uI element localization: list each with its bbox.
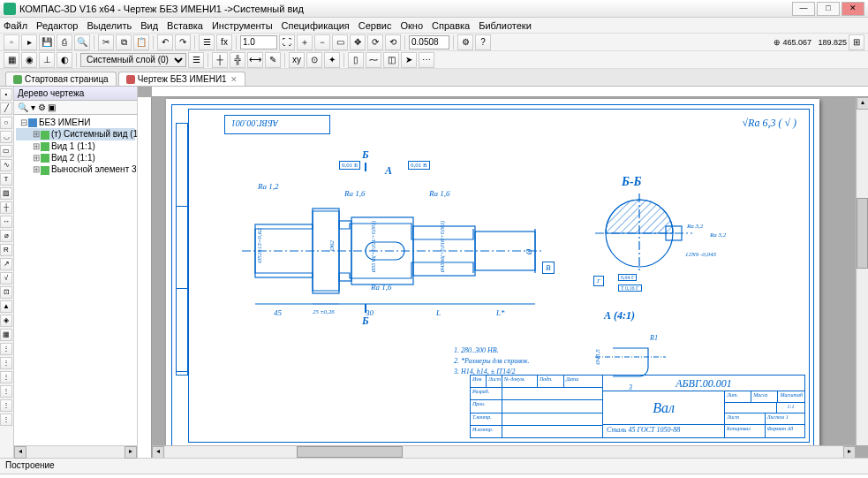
tb-check: Пров.	[471, 400, 502, 412]
manager-icon[interactable]: ☰	[199, 34, 215, 50]
snap-icon[interactable]: ◉	[21, 52, 37, 68]
lcs-icon[interactable]: ⊙	[306, 52, 322, 68]
step-input[interactable]	[409, 35, 449, 49]
more5-icon[interactable]: ⋮	[0, 399, 12, 412]
more4-icon[interactable]: ⋮	[0, 385, 12, 398]
tab-close-icon[interactable]: ✕	[230, 75, 238, 84]
tb-copy: Копировал	[725, 425, 766, 437]
roughness-ra16-3: Ra 1,6	[371, 283, 392, 292]
point-icon[interactable]: •	[0, 88, 12, 101]
copy-icon[interactable]: ⧉	[116, 34, 132, 50]
rotate-icon[interactable]: ⟳	[367, 34, 383, 50]
tree-view-1[interactable]: ⊞Вид 1 (1:1)	[16, 140, 135, 152]
hatch-icon[interactable]: ▨	[0, 187, 12, 200]
views-icon[interactable]: ▯	[348, 52, 364, 68]
rough-icon[interactable]: √	[0, 272, 12, 285]
round-icon[interactable]: ◐	[57, 52, 72, 68]
xyz-icon[interactable]: xy	[289, 52, 305, 68]
menu-spec[interactable]: Спецификация	[282, 20, 350, 31]
cut-icon[interactable]: ✂	[98, 34, 114, 50]
maximize-button[interactable]: □	[817, 2, 840, 16]
axis-icon[interactable]: ┼	[0, 201, 12, 214]
settings-icon[interactable]: ⚙	[457, 34, 473, 50]
circle-icon[interactable]: ○	[0, 117, 12, 129]
minimize-button[interactable]: —	[792, 2, 815, 16]
preview-icon[interactable]: 🔍	[74, 34, 90, 50]
tree-root[interactable]: ⊟БЕЗ ИМЕНИ	[16, 117, 135, 128]
arrow-icon[interactable]: ➤	[401, 52, 417, 68]
grid-icon[interactable]: ▦	[4, 52, 19, 68]
edit-view-icon[interactable]: ◫	[383, 52, 399, 68]
menu-select[interactable]: Выделить	[87, 20, 132, 31]
save-icon[interactable]: 💾	[39, 34, 55, 50]
pan-icon[interactable]: ✥	[350, 34, 366, 50]
new-icon[interactable]: ▫	[4, 34, 19, 50]
line-icon[interactable]: ╱	[0, 102, 12, 115]
vars-icon[interactable]: fx	[216, 34, 232, 50]
menu-tools[interactable]: Инструменты	[212, 20, 273, 31]
menu-service[interactable]: Сервис	[359, 20, 392, 31]
zoom-out-icon[interactable]: －	[314, 34, 330, 50]
window-titlebar: КОМПАС-3D V16 x64 - Чертеж БЕЗ ИМЕНИ1 ->…	[0, 0, 868, 18]
undo-icon[interactable]: ↶	[157, 34, 173, 50]
tab-drawing[interactable]: Чертеж БЕЗ ИМЕНИ1✕	[118, 72, 245, 86]
arc-icon[interactable]: ◡	[0, 131, 12, 143]
layer-select[interactable]: Системный слой (0)	[80, 53, 186, 67]
origin-icon[interactable]: ✦	[324, 52, 340, 68]
menu-window[interactable]: Окно	[400, 20, 423, 31]
more-icon[interactable]: ⋮	[0, 343, 12, 355]
more6-icon[interactable]: ⋮	[0, 414, 12, 426]
zoom-input[interactable]	[240, 35, 277, 49]
tree-detail-view[interactable]: ⊞Выносной элемент 3 (4:1)	[16, 163, 135, 175]
menu-insert[interactable]: Вставка	[167, 20, 203, 31]
dim-linear-icon[interactable]: ↔	[0, 216, 12, 228]
paste-icon[interactable]: 📋	[133, 34, 149, 50]
canvas-scroll-h[interactable]: ◂▸	[152, 445, 856, 458]
help-icon[interactable]: ?	[475, 34, 491, 50]
separator	[236, 35, 237, 49]
more3-icon[interactable]: ⋮	[0, 371, 12, 383]
menu-edit[interactable]: Редактор	[36, 20, 78, 31]
break-icon[interactable]: ⁓	[366, 52, 381, 68]
track-icon[interactable]: ╬	[230, 52, 245, 68]
datum-icon[interactable]: ▲	[0, 300, 12, 313]
dim-rad-icon[interactable]: R	[0, 244, 12, 256]
close-button[interactable]: ✕	[842, 2, 864, 16]
dim-dia-icon[interactable]: ⌀	[0, 230, 12, 242]
zoom-in-icon[interactable]: ＋	[297, 34, 313, 50]
spline-icon[interactable]: ∿	[0, 159, 12, 171]
edit-icon[interactable]: ✎	[265, 52, 281, 68]
more2-icon[interactable]: ⋮	[0, 357, 12, 369]
rect-icon[interactable]: ▭	[0, 145, 12, 157]
ortho-icon[interactable]: ⊥	[39, 52, 55, 68]
leader-icon[interactable]: ↗	[0, 258, 12, 270]
tree-system-view[interactable]: ⊞(т) Системный вид (1:1)	[16, 128, 135, 140]
menu-view[interactable]: Вид	[140, 20, 158, 31]
dim-icon[interactable]: ⟷	[247, 52, 263, 68]
zoom-fit-icon[interactable]: ⛶	[279, 34, 295, 50]
tolerance-icon[interactable]: ⊡	[0, 286, 12, 299]
table-icon[interactable]: ▦	[0, 329, 12, 341]
print-icon[interactable]: ⎙	[57, 34, 72, 50]
toolbar-standard: ▫ ▸ 💾 ⎙ 🔍 ✂ ⧉ 📋 ↶ ↷ ☰ fx ⛶ ＋ － ▭ ✥ ⟳ ⟲ ⚙…	[0, 34, 868, 51]
zoom-window-icon[interactable]: ▭	[332, 34, 348, 50]
tree-scroll-h[interactable]: ◂▸	[14, 445, 137, 458]
menu-file[interactable]: Файл	[4, 20, 27, 31]
menu-libs[interactable]: Библиотеки	[479, 20, 532, 31]
roughness-bb-2: Ra 3,2	[710, 231, 726, 239]
ortho2-icon[interactable]: ┼	[212, 52, 228, 68]
coord-lock-icon[interactable]: ⊞	[849, 34, 864, 50]
extra-icon[interactable]: ⋯	[419, 52, 434, 68]
menu-help[interactable]: Справка	[432, 20, 470, 31]
drawing-canvas[interactable]: АБВГ.00.001 √Ra 6,3 ( √ )	[138, 87, 868, 458]
redo-icon[interactable]: ↷	[175, 34, 191, 50]
tab-start-page[interactable]: Стартовая страница	[5, 72, 117, 86]
tree-view-2[interactable]: ⊞Вид 2 (1:1)	[16, 152, 135, 163]
canvas-scroll-v[interactable]: ▴	[856, 97, 868, 445]
mark-icon[interactable]: ◈	[0, 315, 12, 327]
refresh-icon[interactable]: ⟲	[385, 34, 401, 50]
dim-d62: Ø62	[328, 240, 336, 251]
text-icon[interactable]: T	[0, 173, 12, 186]
layer-mgr-icon[interactable]: ☰	[188, 52, 204, 68]
open-icon[interactable]: ▸	[21, 34, 37, 50]
